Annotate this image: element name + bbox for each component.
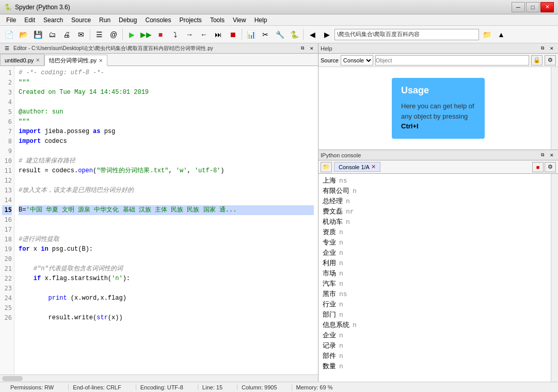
console-line-9: 利用 n — [323, 258, 554, 269]
toolbar-separator-3 — [242, 29, 242, 40]
console-content[interactable]: 上海 ns 有限公司 n 总经理 n 费文磊 nr 机动车 n 资质 n 专业 … — [318, 174, 558, 382]
menu-debug[interactable]: Debug — [115, 15, 141, 25]
main-area: ☰ Editor - C:\Users\sun\Desktop\论文\爬虫代码集… — [0, 43, 558, 382]
app-title: Spyder (Python 3.6) — [15, 4, 70, 11]
maximize-button[interactable]: □ — [526, 2, 539, 12]
console-line-3: 总经理 n — [323, 197, 554, 207]
editor-content: 12345 678910 1112131415 1617181920 21222… — [0, 66, 318, 374]
menu-edit[interactable]: Edit — [20, 15, 39, 25]
nav-up-button[interactable]: ▲ — [495, 28, 508, 41]
editor-tabs: untitled0.py ✕ 结巴分词带词性.py ✕ — [0, 54, 318, 66]
menu-help[interactable]: Help — [250, 15, 272, 25]
console-line-15: 信息系统 n — [323, 320, 554, 331]
save-button[interactable]: 💾 — [31, 28, 44, 41]
line-numbers: 12345 678910 1112131415 1617181920 21222… — [0, 66, 14, 374]
tab-untitled-close[interactable]: ✕ — [36, 57, 40, 63]
window-controls: ─ □ ✕ — [512, 2, 554, 12]
object-input[interactable] — [375, 55, 529, 66]
continue-button[interactable]: ⏭ — [212, 28, 225, 41]
step-next-button[interactable]: → — [183, 28, 196, 41]
help-title: Help — [321, 45, 332, 52]
profile-button[interactable]: 📊 — [244, 28, 258, 41]
menu-tools[interactable]: Tools — [206, 15, 229, 25]
console-tab-close[interactable]: ✕ — [371, 164, 376, 170]
close-button[interactable]: ✕ — [540, 2, 554, 12]
right-panel: Help ⧉ ✕ Source Console Editor 🔒 ⚙ — [318, 43, 558, 382]
menu-search[interactable]: Search — [39, 15, 67, 25]
toolbar-separator-1 — [90, 29, 90, 40]
open-file-button[interactable]: 📂 — [17, 28, 30, 41]
menu-view[interactable]: View — [229, 15, 250, 25]
forward-button[interactable]: ▶ — [320, 28, 333, 41]
console-close-button[interactable]: ✕ — [548, 151, 556, 159]
toolbar-separator-2 — [122, 29, 123, 40]
help-close-button[interactable]: ✕ — [548, 44, 556, 53]
menu-source[interactable]: Source — [67, 15, 95, 25]
step-return-button[interactable]: ← — [197, 28, 211, 41]
title-bar: 🐍 Spyder (Python 3.6) ─ □ ✕ — [0, 0, 558, 14]
run-button[interactable]: ▶ — [125, 28, 138, 41]
menu-file[interactable]: File — [2, 15, 20, 25]
back-button[interactable]: ◀ — [306, 28, 319, 41]
console-tab-1[interactable]: Console 1/A ✕ — [334, 162, 380, 172]
save-all-button[interactable]: 🗂 — [45, 28, 59, 41]
help-float-button[interactable]: ⧉ — [538, 44, 547, 53]
console-settings-button[interactable]: ⚙ — [545, 162, 556, 172]
console-tab-label: Console 1/A — [339, 164, 370, 170]
editor-float-button[interactable]: ⧉ — [298, 44, 307, 53]
console-line-5: 机动车 n — [323, 217, 554, 227]
console-line-1: 上海 ns — [323, 176, 554, 186]
console-stop-button[interactable]: ■ — [532, 162, 544, 172]
editor-menu-button[interactable]: ☰ — [2, 44, 11, 53]
python-button[interactable]: 🐍 — [288, 28, 301, 41]
usage-title: Usage — [401, 85, 475, 96]
console-line-8: 企业 n — [323, 248, 554, 258]
tools-button[interactable]: 🔧 — [273, 28, 286, 41]
status-memory: Memory: 69 % — [292, 384, 337, 390]
nav-path: \爬虫代码集合\爬取百度百科内容 — [334, 29, 479, 40]
editor-hscrollbar[interactable] — [0, 374, 318, 382]
help-lock-button[interactable]: 🔒 — [531, 55, 543, 66]
minimize-button[interactable]: ─ — [512, 2, 525, 12]
console-panel: IPython console ⧉ ✕ 📁 Console 1/A ✕ ■ — [318, 150, 558, 382]
editor-close-button[interactable]: ✕ — [308, 44, 316, 53]
tab-jieba[interactable]: 结巴分词带词性.py ✕ — [44, 55, 107, 66]
tab-jieba-close[interactable]: ✕ — [99, 58, 103, 63]
status-bar: Permissions: RW End-of-lines: CRLF Encod… — [0, 382, 558, 392]
menu-run[interactable]: Run — [95, 15, 115, 25]
coverage-button[interactable]: ✂ — [259, 28, 272, 41]
at-button[interactable]: @ — [107, 28, 120, 41]
toolbar: 📄 📂 💾 🗂 🖨 ✉ ☰ @ ▶ ▶▶ ■ ⤵ → ← ⏭ ⏹ 📊 ✂ 🔧 🐍… — [0, 26, 558, 43]
console-line-13: 行业 n — [323, 300, 554, 310]
console-line-6: 资质 n — [323, 227, 554, 238]
tab-untitled[interactable]: untitled0.py ✕ — [0, 54, 44, 66]
terminate-button[interactable]: ⏹ — [226, 28, 240, 41]
source-select[interactable]: Console Editor — [341, 55, 373, 66]
console-line-2: 有限公司 n — [323, 186, 554, 197]
new-file-button[interactable]: 📄 — [2, 28, 15, 41]
browse-button[interactable]: 📁 — [480, 28, 493, 41]
print-button[interactable]: 🖨 — [60, 28, 73, 41]
debug-button[interactable]: ▶▶ — [139, 28, 153, 41]
list-button[interactable]: ☰ — [92, 28, 106, 41]
email-button[interactable]: ✉ — [74, 28, 88, 41]
usage-box: Usage Here you can get help of any objec… — [392, 78, 485, 139]
console-float-button[interactable]: ⧉ — [538, 151, 547, 159]
menu-projects[interactable]: Projects — [176, 15, 206, 25]
step-into-button[interactable]: ⤵ — [168, 28, 182, 41]
help-vscrollbar[interactable] — [551, 67, 558, 150]
help-settings-button[interactable]: ⚙ — [545, 55, 556, 66]
editor-path: Editor - C:\Users\sun\Desktop\论文\爬虫代码集合\… — [13, 45, 213, 52]
console-line-16: 企业 n — [323, 331, 554, 341]
status-encoding: Encoding: UTF-8 — [136, 384, 187, 390]
console-line-19: 数量 n — [323, 362, 554, 372]
console-title: IPython console — [321, 152, 361, 158]
stop-button[interactable]: ■ — [154, 28, 167, 41]
usage-shortcut: Ctrl+I — [401, 122, 419, 130]
menu-consoles[interactable]: Consoles — [141, 15, 175, 25]
editor-panel: ☰ Editor - C:\Users\sun\Desktop\论文\爬虫代码集… — [0, 43, 318, 382]
console-vscrollbar[interactable] — [551, 174, 558, 382]
code-area[interactable]: # -*- coding: utf-8 -*- """ Created on T… — [14, 66, 318, 374]
status-eol: End-of-lines: CRLF — [68, 384, 125, 390]
console-new-button[interactable]: 📁 — [321, 162, 332, 172]
